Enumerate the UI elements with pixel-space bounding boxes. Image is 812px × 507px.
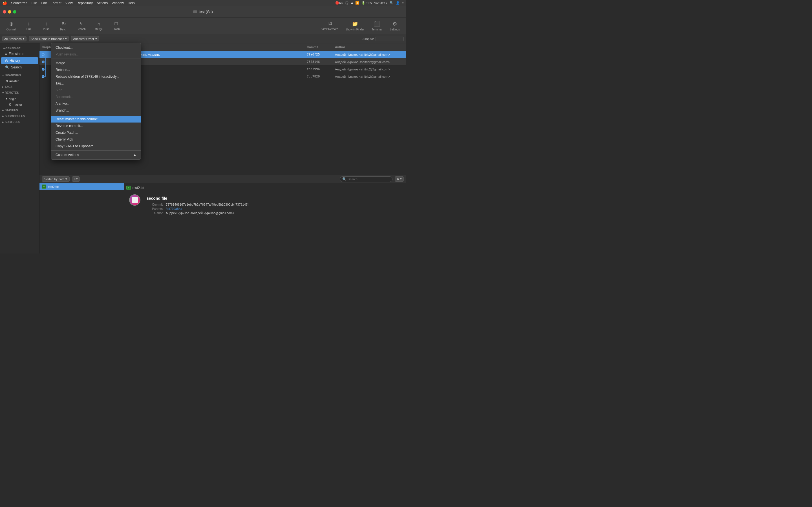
branches-header: BRANCHES xyxy=(5,74,21,77)
chevron-down-icon-2: ▾ xyxy=(65,37,67,41)
sidebar-remote-master[interactable]: master xyxy=(0,102,39,107)
finder-icon: 📁 xyxy=(352,21,358,27)
cm-create-patch[interactable]: Create Patch... xyxy=(51,129,141,136)
jump-to-label: Jump to: xyxy=(362,37,374,41)
parents-value[interactable]: fad799a84a xyxy=(166,207,182,210)
account-icon[interactable]: 👤 xyxy=(396,1,400,5)
cm-archive[interactable]: Archive... xyxy=(51,100,141,107)
bottom-search-container: 🔍 xyxy=(340,176,393,182)
parents-label: Parents: xyxy=(147,207,163,210)
cm-checkout[interactable]: Checkout... xyxy=(51,44,141,51)
bottom-content: + test2.txt + test2.txt xyxy=(40,183,406,253)
diff-pane: + test2.txt second file Commit: xyxy=(124,183,406,253)
sort-button[interactable]: Sorted by path ▾ xyxy=(42,176,70,182)
show-remote-select[interactable]: Show Remote Branches ▾ xyxy=(29,36,69,41)
search-label: Search xyxy=(11,65,22,69)
all-branches-select[interactable]: All Branches ▾ xyxy=(2,36,27,41)
show-finder-button[interactable]: 📁 Show in Finder xyxy=(342,20,368,32)
file-name: test2.txt xyxy=(48,185,59,188)
menu-format[interactable]: Format xyxy=(51,1,61,5)
cm-rebase-label: Rebase... xyxy=(56,68,70,72)
menu-sourcetree[interactable]: Sourcetree xyxy=(11,1,28,5)
cm-branch-label: Branch... xyxy=(56,108,69,112)
menu-help[interactable]: Help xyxy=(128,1,135,5)
view-mode-button[interactable]: ≡ ▾ xyxy=(72,176,80,182)
cm-copy-sha[interactable]: Copy SHA-1 to Clipboard xyxy=(51,143,141,150)
diff-add-badge: + xyxy=(126,186,131,190)
cm-cherry-pick[interactable]: Cherry Pick xyxy=(51,136,141,143)
terminal-button[interactable]: ⬛ Terminal xyxy=(368,20,386,32)
bottom-settings-chevron-icon: ▾ xyxy=(400,177,402,181)
fullscreen-button[interactable] xyxy=(13,10,16,13)
cm-custom-actions[interactable]: Custom Actions ▶ xyxy=(51,152,141,158)
control-center-icon[interactable]: ≡ xyxy=(402,1,404,5)
cm-reset[interactable]: Reset master to this commit xyxy=(51,116,141,122)
merge-button[interactable]: ⑃ Merge xyxy=(90,20,107,32)
search-icon[interactable]: 🔍 xyxy=(390,1,394,5)
commit-dot-icon xyxy=(42,53,45,56)
commit-row-hash: Commit: 73781468167e1ebd7b2e76547af49ed5… xyxy=(147,203,248,206)
menu-edit[interactable]: Edit xyxy=(41,1,47,5)
stash-button[interactable]: □ Stash xyxy=(108,20,124,32)
cm-reverse[interactable]: Reverse commit... xyxy=(51,122,141,129)
remotes-section[interactable]: ▾ REMOTES xyxy=(0,90,39,96)
user-icon: A xyxy=(351,1,353,5)
menu-repository[interactable]: Repository xyxy=(77,1,93,5)
cm-separator-2 xyxy=(51,115,141,115)
menu-view[interactable]: View xyxy=(65,1,73,5)
cm-branch[interactable]: Branch... xyxy=(51,107,141,114)
titlebar: test (Git) xyxy=(0,6,406,17)
file-item[interactable]: + test2.txt xyxy=(40,183,124,190)
submodules-chevron-icon: ▸ xyxy=(2,115,4,118)
menu-window[interactable]: Window xyxy=(112,1,124,5)
context-menu: Checkout... Push revision... Merge... Re… xyxy=(51,43,141,160)
pull-button[interactable]: ↓ Pull xyxy=(20,20,37,32)
branches-section[interactable]: ▾ BRANCHES xyxy=(0,72,39,78)
menubar-status: 🔴63 🎧 A 📶 🔋21% Sat 20:17 🔍 👤 ≡ xyxy=(335,1,404,5)
fetch-button[interactable]: ↻ Fetch xyxy=(55,20,72,32)
commit-row-parents: Parents: fad799a84a xyxy=(147,207,248,210)
fetch-label: Fetch xyxy=(60,28,67,31)
branch-icon: ⑂ xyxy=(80,21,83,27)
stash-icon: □ xyxy=(115,21,118,27)
close-button[interactable] xyxy=(3,10,6,13)
cm-custom-actions-label: Custom Actions xyxy=(56,153,79,157)
jump-to: Jump to: xyxy=(362,37,404,41)
subtrees-section[interactable]: ▸ SUBTREES xyxy=(0,119,39,125)
terminal-label: Terminal xyxy=(371,28,382,31)
cm-merge[interactable]: Merge... xyxy=(51,60,141,66)
commit-button[interactable]: ⊕ Commit xyxy=(3,20,20,32)
tags-section[interactable]: ▸ TAGS xyxy=(0,84,39,90)
list-view-icon: ≡ xyxy=(74,177,75,181)
cm-rebase-children[interactable]: Rebase children of 7378146 interactively… xyxy=(51,73,141,80)
sidebar-branch-master[interactable]: master xyxy=(0,78,39,84)
submodules-section[interactable]: ▸ SUBMODULES xyxy=(0,113,39,119)
bottom-settings-button[interactable]: ⚙ ▾ xyxy=(395,176,404,182)
sidebar-item-search[interactable]: 🔍 Search xyxy=(1,64,38,71)
minimize-button[interactable] xyxy=(8,10,11,13)
file-status-icon: ≡ xyxy=(5,52,7,56)
stashes-header: STASHES xyxy=(5,109,18,112)
cm-copy-sha-label: Copy SHA-1 to Clipboard xyxy=(56,144,94,148)
history-icon: ◷ xyxy=(5,59,8,62)
menu-actions[interactable]: Actions xyxy=(97,1,108,5)
branch-button[interactable]: ⑂ Branch xyxy=(73,20,90,32)
jump-to-input[interactable] xyxy=(375,37,404,41)
cm-checkout-label: Checkout... xyxy=(56,46,73,50)
sidebar-remote-origin[interactable]: ▾ origin xyxy=(0,96,39,102)
order-select[interactable]: Ancestor Order ▾ xyxy=(71,36,99,41)
sidebar-item-history[interactable]: ◷ History xyxy=(1,57,38,64)
cm-tag[interactable]: Tag... xyxy=(51,80,141,87)
view-remote-button[interactable]: 🖥 View Remote xyxy=(318,20,342,32)
remotes-header: REMOTES xyxy=(5,91,18,94)
settings-toolbar-button[interactable]: ⚙ Settings xyxy=(386,20,403,32)
stashes-section[interactable]: ▸ STASHES xyxy=(0,107,39,113)
menu-file[interactable]: File xyxy=(32,1,37,5)
author-label: Author: xyxy=(147,211,163,215)
bottom-search-input[interactable] xyxy=(348,177,390,181)
commit-author-cell: Андрей Чуриков <shitric2@gmail.com> xyxy=(333,60,406,64)
apple-menu[interactable]: 🍎 xyxy=(2,1,7,5)
cm-rebase[interactable]: Rebase... xyxy=(51,66,141,73)
sidebar-item-file-status[interactable]: ≡ File status xyxy=(1,50,38,57)
push-button[interactable]: ↑ Push xyxy=(38,20,55,32)
